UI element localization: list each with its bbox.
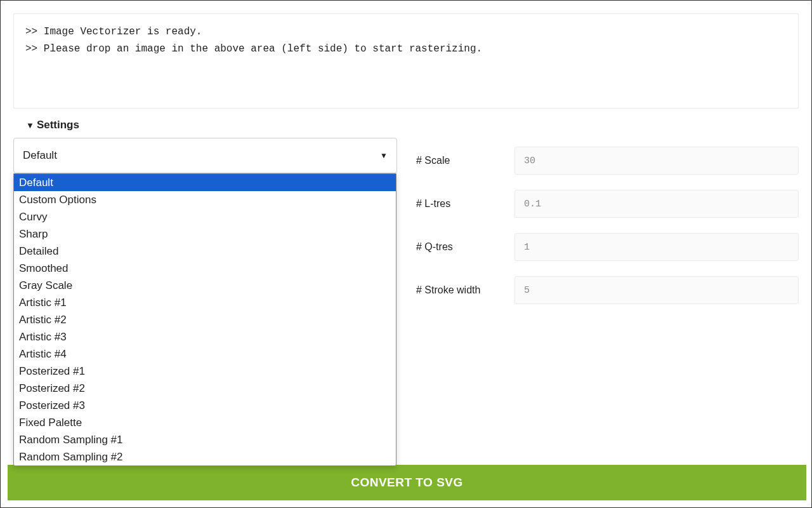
- preset-option[interactable]: Artistic #1: [14, 294, 396, 311]
- preset-dropdown: Default Custom Options Curvy Sharp Detai…: [13, 173, 396, 466]
- qtres-row: # Q-tres: [416, 233, 799, 261]
- scale-label: # Scale: [416, 155, 495, 166]
- preset-option[interactable]: Posterized #2: [14, 380, 396, 397]
- preset-option[interactable]: Fixed Palette: [14, 414, 396, 431]
- ltres-label: # L-tres: [416, 198, 495, 210]
- preset-option[interactable]: Gray Scale: [14, 277, 396, 294]
- qtres-label: # Q-tres: [416, 241, 495, 253]
- console-line: >> Image Vectorizer is ready.: [25, 23, 787, 41]
- strokewidth-input[interactable]: [514, 276, 799, 304]
- preset-option[interactable]: Artistic #4: [14, 345, 396, 363]
- preset-option[interactable]: Posterized #3: [14, 397, 396, 414]
- preset-option[interactable]: Curvy: [14, 208, 396, 225]
- chevron-down-icon: ▼: [380, 151, 388, 160]
- console-log: >> Image Vectorizer is ready. >> Please …: [13, 13, 799, 109]
- scale-input[interactable]: [514, 147, 799, 175]
- settings-body: Default ▼ Default Custom Options Curvy S…: [1, 138, 811, 304]
- preset-option[interactable]: Detailed: [14, 243, 396, 260]
- strokewidth-row: # Stroke width: [416, 276, 799, 304]
- app-container: >> Image Vectorizer is ready. >> Please …: [0, 0, 812, 508]
- preset-option[interactable]: Random Sampling #1: [14, 431, 396, 448]
- qtres-input[interactable]: [514, 233, 799, 261]
- convert-button-label: CONVERT TO SVG: [351, 476, 463, 490]
- preset-option[interactable]: Artistic #2: [14, 311, 396, 328]
- preset-option[interactable]: Default: [14, 174, 396, 191]
- ltres-input[interactable]: [514, 190, 799, 218]
- preset-option[interactable]: Posterized #1: [14, 363, 396, 380]
- preset-option[interactable]: Custom Options: [14, 191, 396, 208]
- preset-option[interactable]: Random Sampling #2: [14, 448, 396, 465]
- console-line: >> Please drop an image in the above are…: [25, 41, 787, 58]
- scale-row: # Scale: [416, 147, 799, 175]
- preset-option[interactable]: Artistic #3: [14, 328, 396, 345]
- ltres-row: # L-tres: [416, 190, 799, 218]
- preset-option[interactable]: Smoothed: [14, 260, 396, 277]
- parameters-column: # Scale # L-tres # Q-tres # Stroke width: [416, 138, 799, 304]
- caret-down-icon: ▼: [26, 121, 34, 130]
- preset-selected-value: Default: [23, 149, 57, 162]
- preset-option[interactable]: Sharp: [14, 225, 396, 243]
- settings-title: Settings: [37, 119, 79, 131]
- settings-toggle[interactable]: ▼ Settings: [1, 115, 811, 138]
- strokewidth-label: # Stroke width: [416, 284, 495, 296]
- convert-button[interactable]: CONVERT TO SVG: [8, 465, 806, 500]
- preset-select[interactable]: Default ▼: [13, 138, 397, 173]
- preset-column: Default ▼ Default Custom Options Curvy S…: [13, 138, 397, 304]
